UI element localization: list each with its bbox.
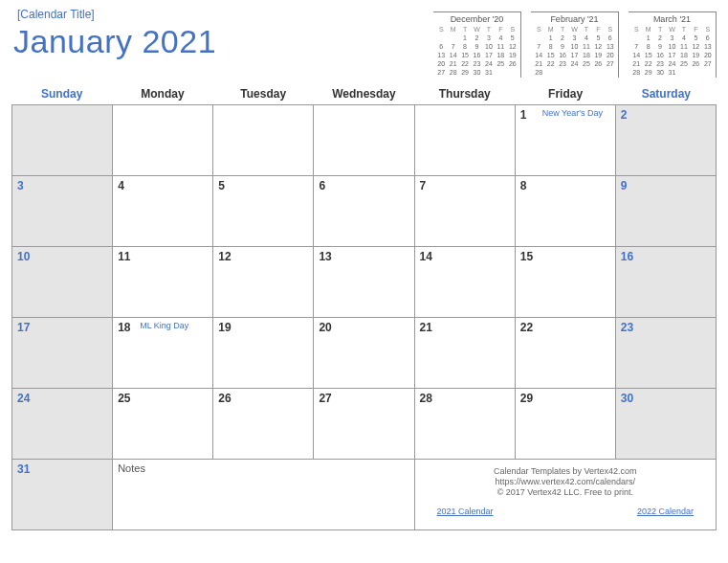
day-cell: 23 — [616, 318, 717, 389]
mini-calendar-grid: SMTWTFS123456789101112131415161718192021… — [533, 25, 616, 78]
day-cell: 3 — [12, 176, 113, 247]
day-number: 22 — [520, 321, 533, 334]
dow-header: Sunday — [11, 83, 112, 104]
mini-calendar-title: March '21 — [630, 14, 714, 24]
day-cell: 22 — [516, 318, 616, 389]
month-year-title: January 2021 — [13, 23, 433, 60]
day-cell: 29 — [516, 389, 616, 460]
day-cell: 16 — [616, 247, 717, 318]
day-cell: 15 — [516, 247, 616, 318]
day-number: 11 — [118, 250, 130, 263]
mini-calendar: December '20SMTWTFS123456789101112131415… — [433, 11, 521, 78]
dow-header: Monday — [112, 83, 212, 104]
day-number: 27 — [319, 392, 331, 405]
day-number: 1 — [520, 108, 527, 122]
day-number: 24 — [17, 392, 30, 405]
day-cell: 21 — [415, 318, 516, 389]
day-cell: 25 — [113, 389, 213, 460]
footer-links: 2021 Calendar2022 Calendar — [420, 507, 711, 516]
footer-text: https://www.vertex42.com/calendars/ — [420, 477, 711, 486]
day-number: 31 — [17, 462, 30, 476]
event-label: New Year's Day — [542, 108, 603, 118]
day-number: 28 — [420, 392, 432, 405]
day-number: 13 — [319, 250, 331, 263]
day-number: 19 — [218, 321, 231, 334]
dow-header: Friday — [515, 83, 615, 104]
day-number: 30 — [621, 392, 633, 405]
day-number: 2 — [621, 108, 628, 122]
day-number: 29 — [520, 392, 533, 405]
calendar-title-placeholder: [Calendar Title] — [17, 8, 433, 21]
day-number: 26 — [218, 392, 231, 405]
day-number: 25 — [118, 392, 130, 405]
day-cell: 31 — [12, 460, 113, 530]
mini-calendar: March '21SMTWTFS123456789101112131415161… — [629, 11, 717, 78]
header: [Calendar Title] January 2021 December '… — [11, 8, 717, 78]
day-cell — [12, 105, 113, 176]
day-cell: 30 — [616, 389, 717, 460]
day-cell — [314, 105, 414, 176]
dow-header: Saturday — [616, 83, 717, 104]
footer-link[interactable]: 2022 Calendar — [637, 507, 694, 516]
day-cell: 8 — [516, 176, 616, 247]
day-cell: 14 — [415, 247, 516, 318]
day-cell — [113, 105, 213, 176]
day-number: 14 — [420, 250, 432, 263]
day-cell: 12 — [213, 247, 314, 318]
day-number: 10 — [17, 250, 30, 263]
mini-calendar-grid: SMTWTFS123456789101112131415161718192021… — [435, 25, 518, 78]
day-cell: 2 — [616, 105, 717, 176]
day-number: 18 — [118, 321, 130, 334]
day-number: 23 — [621, 321, 633, 334]
day-number: 12 — [218, 250, 231, 263]
mini-calendars: December '20SMTWTFS123456789101112131415… — [433, 11, 717, 78]
day-cell: 9 — [616, 176, 717, 247]
day-number: 4 — [118, 179, 124, 192]
footer-text: Calendar Templates by Vertex42.com — [420, 466, 711, 476]
day-cell: 13 — [314, 247, 414, 318]
day-cell: 5 — [213, 176, 314, 247]
day-cell: 19 — [213, 318, 314, 389]
day-cell: 6 — [314, 176, 414, 247]
day-of-week-row: SundayMondayTuesdayWednesdayThursdayFrid… — [11, 83, 717, 104]
day-number: 21 — [420, 321, 432, 334]
day-cell: 18ML King Day — [113, 318, 213, 389]
day-number: 17 — [17, 321, 30, 334]
day-number: 8 — [520, 179, 527, 192]
mini-calendar-title: December '20 — [435, 14, 518, 24]
day-cell: 7 — [415, 176, 516, 247]
mini-calendar: February '21SMTWTFS123456789101112131415… — [531, 11, 619, 78]
day-cell: 26 — [213, 389, 314, 460]
footer-cell: Calendar Templates by Vertex42.comhttps:… — [415, 460, 717, 530]
day-number: 6 — [319, 179, 325, 192]
day-cell: 1New Year's Day — [516, 105, 616, 176]
day-cell: 11 — [113, 247, 213, 318]
title-block: [Calendar Title] January 2021 — [11, 8, 433, 60]
day-cell: 28 — [415, 389, 516, 460]
day-number: 9 — [621, 179, 628, 192]
event-label: ML King Day — [140, 321, 188, 330]
dow-header: Wednesday — [314, 83, 414, 104]
notes-cell: Notes — [113, 460, 414, 530]
footer-text: © 2017 Vertex42 LLC. Free to print. — [420, 487, 711, 497]
day-cell — [415, 105, 516, 176]
day-cell: 17 — [12, 318, 113, 389]
day-number: 3 — [17, 179, 24, 192]
day-cell: 27 — [314, 389, 414, 460]
day-number: 20 — [319, 321, 331, 334]
day-cell: 20 — [314, 318, 414, 389]
day-number: 7 — [420, 179, 427, 192]
day-number: 16 — [621, 250, 633, 263]
calendar-grid: 1New Year's Day2345678910111213141516171… — [11, 104, 717, 530]
notes-label: Notes — [118, 462, 145, 474]
mini-calendar-title: February '21 — [533, 14, 616, 24]
day-cell: 10 — [12, 247, 113, 318]
footer-link[interactable]: 2021 Calendar — [437, 507, 494, 516]
dow-header: Tuesday — [213, 83, 314, 104]
day-cell — [213, 105, 314, 176]
day-number: 15 — [520, 250, 533, 263]
day-cell: 4 — [113, 176, 213, 247]
day-number: 5 — [218, 179, 225, 192]
dow-header: Thursday — [414, 83, 515, 104]
day-cell: 24 — [12, 389, 113, 460]
